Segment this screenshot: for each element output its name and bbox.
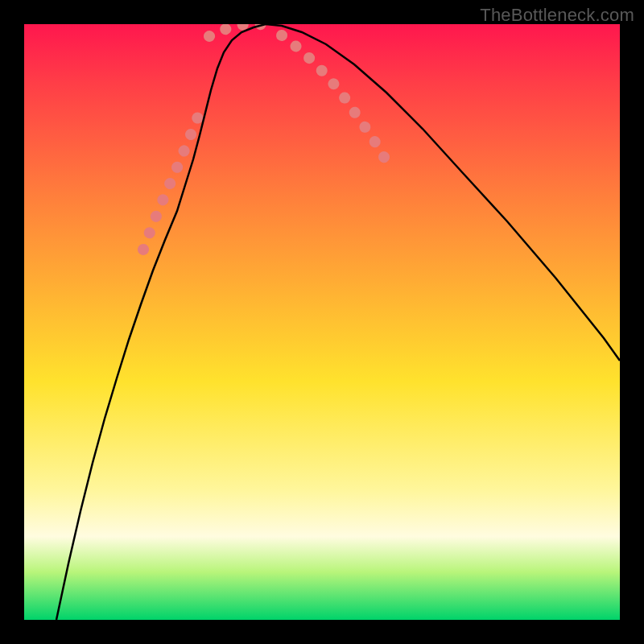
watermark-text: TheBottleneck.com bbox=[480, 5, 634, 26]
highlight-segment bbox=[282, 35, 386, 161]
curve-svg bbox=[24, 24, 620, 620]
chart-frame: TheBottleneck.com bbox=[0, 0, 644, 644]
plot-area bbox=[24, 24, 620, 620]
bottleneck-curve bbox=[56, 24, 620, 620]
highlight-segment bbox=[209, 24, 275, 36]
highlight-dots bbox=[143, 24, 386, 250]
highlight-segment bbox=[143, 105, 203, 250]
